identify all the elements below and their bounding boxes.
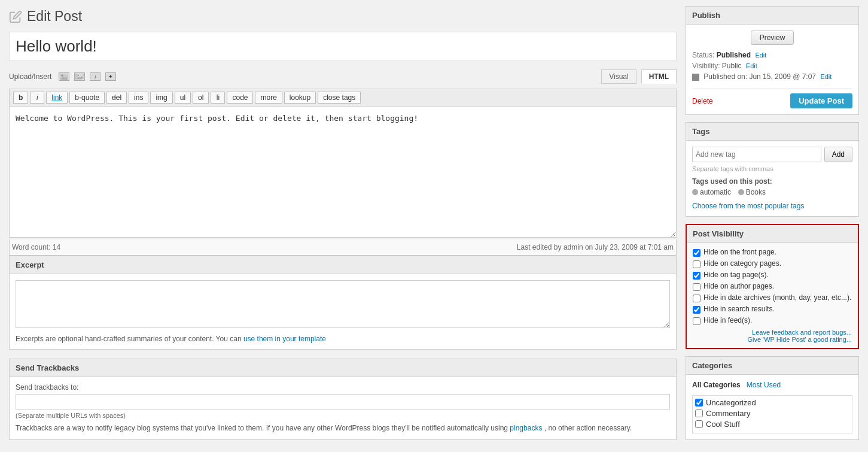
publish-visibility-row: Visibility: Public Edit — [692, 62, 852, 70]
categories-list: Uncategorized Commentary Cool Stuff — [692, 395, 852, 433]
excerpt-panel-body: Excerpts are optional hand-crafted summa… — [10, 274, 676, 349]
categories-panel-body: All Categories Most Used Uncategorized C… — [686, 375, 858, 439]
format-lookup-btn[interactable]: lookup — [284, 92, 316, 104]
cat-item-cool-stuff: Cool Stuff — [695, 420, 849, 429]
visibility-option-4: Hide in date archives (month, day, year,… — [693, 293, 852, 302]
visibility-value: Public — [722, 62, 742, 70]
post-visibility-header: Post Visibility — [687, 225, 858, 243]
feedback-links: Leave feedback and report bugs... Give '… — [693, 329, 852, 343]
cat-check-cool-stuff[interactable] — [695, 420, 703, 428]
rating-link[interactable]: Give 'WP Hide Post' a good rating... — [693, 336, 852, 343]
last-edited: Last edited by admin on July 23, 2009 at… — [517, 243, 674, 251]
visibility-check-1[interactable] — [693, 260, 701, 268]
categories-panel-header: Categories — [686, 357, 858, 375]
post-title-input[interactable] — [9, 32, 677, 61]
excerpt-panel-header: Excerpt — [10, 256, 676, 274]
visibility-check-5[interactable] — [693, 306, 701, 314]
visibility-option-5: Hide in search results. — [693, 305, 852, 314]
visibility-option-3: Hide on author pages. — [693, 282, 852, 291]
upload-image-icon[interactable] — [59, 72, 69, 81]
update-post-button[interactable]: Update Post — [790, 93, 852, 108]
choose-popular-tags-link[interactable]: Choose from the most popular tags — [692, 202, 852, 210]
format-del-btn[interactable]: del — [106, 92, 127, 104]
format-more-btn[interactable]: more — [255, 92, 282, 104]
cat-check-commentary[interactable] — [695, 409, 703, 417]
excerpt-template-link[interactable]: use them in your template — [243, 335, 326, 343]
tag-remove-automatic[interactable] — [692, 189, 698, 195]
upload-audio-icon[interactable]: ♪ — [90, 72, 100, 81]
publish-status-row: Status: Published Edit — [692, 51, 852, 59]
trackback-desc: Trackbacks are a way to notify legacy bl… — [16, 423, 670, 433]
word-count: Word count: 14 — [12, 243, 60, 251]
status-label: Status: — [692, 51, 714, 59]
post-visibility-panel: Post Visibility Hide on the front page. … — [686, 224, 859, 349]
visibility-check-4[interactable] — [693, 295, 701, 302]
calendar-icon — [692, 74, 699, 81]
status-edit-link[interactable]: Edit — [755, 51, 766, 59]
tab-visual[interactable]: Visual — [601, 69, 636, 84]
format-ol-btn[interactable]: ol — [193, 92, 209, 104]
visibility-option-0: Hide on the front page. — [693, 248, 852, 257]
trackbacks-panel-body: Send trackbacks to: (Separate multiple U… — [10, 377, 676, 439]
delete-link[interactable]: Delete — [692, 97, 713, 105]
format-bquote-btn[interactable]: b-quote — [69, 92, 105, 104]
svg-point-1 — [62, 75, 63, 77]
format-italic-btn[interactable]: i — [30, 92, 44, 104]
format-close-tags-btn[interactable]: close tags — [318, 92, 361, 104]
tag-add-button[interactable]: Add — [824, 147, 852, 162]
format-bar: b i link b-quote del ins img ul ol li co… — [9, 89, 677, 106]
tab-all-categories[interactable]: All Categories — [692, 381, 741, 390]
tags-panel: Tags Add Separate tags with commas Tags … — [686, 122, 859, 217]
editor-textarea[interactable]: Welcome to WordPress. This is your first… — [9, 106, 677, 238]
visibility-option-6: Hide in feed(s). — [693, 316, 852, 325]
trackback-input[interactable] — [16, 394, 670, 409]
publish-panel: Publish Preview Status: Published Edit V… — [686, 6, 859, 115]
format-code-btn[interactable]: code — [227, 92, 253, 104]
tag-input[interactable] — [692, 147, 821, 162]
cat-item-uncategorized: Uncategorized — [695, 398, 849, 407]
format-ins-btn[interactable]: ins — [129, 92, 148, 104]
preview-button[interactable]: Preview — [751, 31, 794, 45]
visibility-option-2: Hide on tag page(s). — [693, 271, 852, 280]
upload-media-icon[interactable]: ✦ — [105, 72, 116, 81]
tags-used-list: automatic Books — [692, 188, 852, 197]
post-visibility-body: Hide on the front page. Hide on category… — [687, 243, 858, 348]
page-title: Edit Post — [27, 8, 82, 25]
format-bold-btn[interactable]: b — [13, 92, 28, 104]
tag-input-row: Add — [692, 147, 852, 162]
feedback-link[interactable]: Leave feedback and report bugs... — [693, 329, 852, 336]
trackback-label: Send trackbacks to: — [16, 383, 670, 392]
trackback-hint: (Separate multiple URLs with spaces) — [16, 412, 670, 419]
tag-remove-books[interactable] — [738, 189, 744, 195]
upload-bar: Upload/Insert ♪ ✦ Visual HTML — [9, 67, 677, 86]
visibility-option-1: Hide on category pages. — [693, 259, 852, 268]
upload-gallery-icon[interactable] — [74, 72, 85, 81]
excerpt-textarea[interactable] — [16, 280, 670, 328]
published-on-label: Published on: — [703, 72, 747, 81]
trackbacks-panel: Send Trackbacks Send trackbacks to: (Sep… — [9, 359, 677, 440]
trackbacks-panel-header: Send Trackbacks — [10, 359, 676, 377]
visibility-label: Visibility: — [692, 62, 720, 70]
cat-check-uncategorized[interactable] — [695, 399, 703, 407]
edit-icon — [9, 10, 22, 23]
publish-actions: Delete Update Post — [692, 88, 852, 108]
upload-insert-label: Upload/Insert — [9, 72, 51, 81]
pingbacks-link[interactable]: pingbacks — [510, 424, 542, 432]
tag-item-books: Books — [738, 188, 766, 196]
tab-most-used[interactable]: Most Used — [747, 381, 781, 390]
visibility-check-3[interactable] — [693, 283, 701, 291]
format-img-btn[interactable]: img — [150, 92, 172, 104]
format-li-btn[interactable]: li — [211, 92, 225, 104]
published-on-edit-link[interactable]: Edit — [820, 73, 832, 80]
visibility-check-0[interactable] — [693, 249, 701, 257]
format-ul-btn[interactable]: ul — [175, 92, 191, 104]
visibility-check-2[interactable] — [693, 272, 701, 280]
tab-html[interactable]: HTML — [641, 69, 677, 84]
publish-panel-body: Preview Status: Published Edit Visibilit… — [686, 25, 858, 114]
format-link-btn[interactable]: link — [46, 92, 68, 104]
status-value: Published — [717, 51, 751, 59]
publish-panel-header: Publish — [686, 7, 858, 25]
visibility-edit-link[interactable]: Edit — [746, 62, 757, 69]
visibility-check-6[interactable] — [693, 317, 701, 325]
tags-panel-body: Add Separate tags with commas Tags used … — [686, 141, 858, 216]
